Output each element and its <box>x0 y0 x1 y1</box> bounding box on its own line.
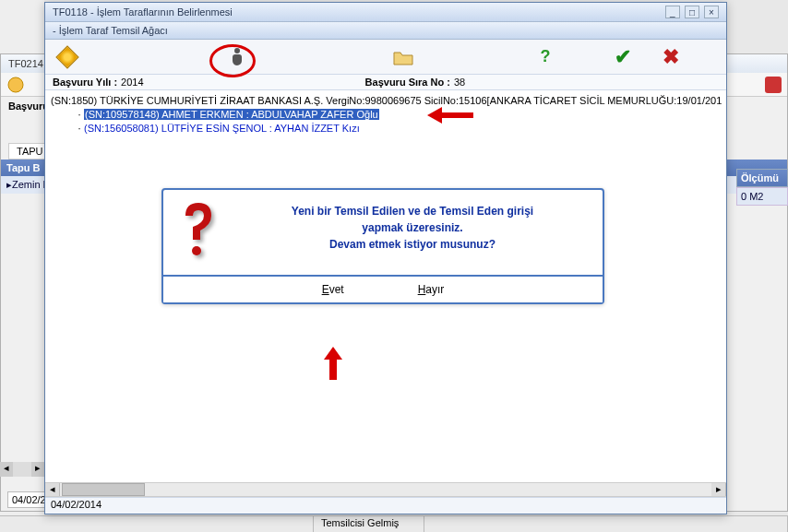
sub-title: - İşlem Taraf Temsil Ağacı <box>45 22 726 40</box>
main-toolbar: ? ✔ ✖ <box>45 40 726 75</box>
main-titlebar[interactable]: TF0118 - İşlem Taraflarının Belirlenmesi… <box>45 3 726 22</box>
close-icon[interactable]: × <box>704 6 719 18</box>
annotation-arrow-up <box>324 347 342 384</box>
grid-col-olcumu: Ölçümü <box>736 169 788 187</box>
sira-label: Başvuru Sıra No : <box>365 77 450 88</box>
tree-item-selected[interactable]: ·(SN:109578148) AHMET ERKMEN : ABDULVAHA… <box>75 108 721 122</box>
no-button[interactable]: Hayır <box>409 281 454 298</box>
maximize-icon[interactable]: □ <box>685 6 699 18</box>
tree-view[interactable]: (SN:1850) TÜRKİYE CUMHURİYETİ ZİRAAT BAN… <box>45 90 726 139</box>
yes-button[interactable]: Evet <box>313 281 353 298</box>
main-window: TF0118 - İşlem Taraflarının Belirlenmesi… <box>44 2 727 514</box>
main-title: TF0118 - İşlem Taraflarının Belirlenmesi <box>53 6 233 18</box>
back-hscroll[interactable]: ◂▸ <box>0 462 44 477</box>
ok-icon[interactable]: ✔ <box>612 46 634 68</box>
status-text: Temsilcisi Gelmiş <box>314 516 424 532</box>
status-bar: Temsilcisi Gelmiş <box>0 515 788 532</box>
window-status-date: 04/02/2014 <box>45 497 726 514</box>
grid-cell-olcumu: 0 M2 <box>736 187 788 206</box>
close-icon[interactable] <box>765 77 782 93</box>
sira-value: 38 <box>454 77 465 88</box>
tree-item[interactable]: ·(SN:156058081) LÜTFİYE ESİN ŞENOL : AYH… <box>75 122 721 136</box>
grid-right-fragment: Ölçümü 0 M2 <box>736 169 788 206</box>
confirm-dialog: Yeni bir Temsil Edilen ve de Temsil Eden… <box>161 188 604 304</box>
hscrollbar[interactable]: ◂▸ <box>45 482 726 497</box>
person-icon[interactable] <box>226 46 248 68</box>
minimize-icon[interactable]: _ <box>665 6 680 18</box>
tree-root[interactable]: (SN:1850) TÜRKİYE CUMHURİYETİ ZİRAAT BAN… <box>51 94 721 108</box>
year-value: 2014 <box>121 77 143 88</box>
window-controls[interactable]: _ □ × <box>663 6 719 18</box>
diamond-icon[interactable] <box>56 46 78 68</box>
folder-icon[interactable] <box>392 46 414 68</box>
help-icon[interactable]: ? <box>534 46 556 68</box>
question-icon <box>174 199 221 264</box>
app-logo-icon <box>6 76 25 94</box>
svg-point-0 <box>8 77 23 92</box>
svg-point-1 <box>192 246 201 255</box>
info-row: Başvuru Yılı : 2014 Başvuru Sıra No : 38 <box>45 75 726 90</box>
cancel-icon[interactable]: ✖ <box>660 46 682 68</box>
dialog-message: Yeni bir Temsil Edilen ve de Temsil Eden… <box>233 199 591 264</box>
year-label: Başvuru Yılı : <box>53 77 117 88</box>
